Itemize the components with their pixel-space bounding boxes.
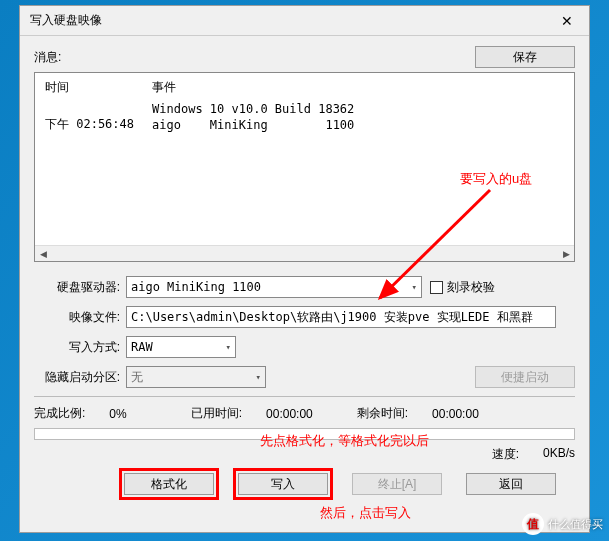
remain-value: 00:00:00 [432,407,479,421]
log-row: Windows 10 v10.0 Build 18362 [45,102,372,116]
log-col-event: 事件 [152,79,372,102]
image-label: 映像文件: [34,309,126,326]
write-button[interactable]: 写入 [238,473,328,495]
titlebar: 写入硬盘映像 ✕ [20,6,589,36]
hidden-partition-dropdown: 无 ▾ [126,366,266,388]
message-label: 消息: [34,49,61,66]
drive-value: aigo MiniKing 1100 [131,280,261,294]
hidden-value: 无 [131,369,143,386]
log-row: 下午 02:56:48 aigo MiniKing 1100 [45,116,372,133]
method-label: 写入方式: [34,339,126,356]
percent-label: 完成比例: [34,405,85,422]
method-value: RAW [131,340,153,354]
percent-value: 0% [109,407,126,421]
drive-dropdown[interactable]: aigo MiniKing 1100 ▾ [126,276,422,298]
elapsed-label: 已用时间: [191,405,242,422]
back-button[interactable]: 返回 [466,473,556,495]
hidden-label: 隐藏启动分区: [34,369,126,386]
log-box: 时间 事件 Windows 10 v10.0 Build 18362 下午 02… [34,72,575,262]
drive-label: 硬盘驱动器: [34,279,126,296]
content-area: 消息: 保存 时间 事件 Windows 10 v10.0 Build 1836… [20,36,589,505]
watermark: 值 什么值得买 [522,513,603,535]
watermark-text: 什么值得买 [548,517,603,532]
scroll-right-icon[interactable]: ▶ [558,246,574,262]
quick-boot-button: 便捷启动 [475,366,575,388]
remain-label: 剩余时间: [357,405,408,422]
save-button[interactable]: 保存 [475,46,575,68]
dialog-window: 写入硬盘映像 ✕ 消息: 保存 时间 事件 Windows 10 v10.0 B… [19,5,590,533]
scroll-left-icon[interactable]: ◀ [35,246,51,262]
horizontal-scrollbar[interactable]: ◀ ▶ [35,245,574,261]
speed-label: 速度: [492,446,519,463]
watermark-badge: 值 [522,513,544,535]
image-path-field[interactable]: C:\Users\admin\Desktop\软路由\j1900 安装pve 实… [126,306,556,328]
chevron-down-icon: ▾ [412,282,417,292]
chevron-down-icon: ▾ [226,342,231,352]
verify-label: 刻录校验 [447,279,495,296]
window-title: 写入硬盘映像 [30,12,102,29]
close-button[interactable]: ✕ [545,6,589,36]
close-icon: ✕ [561,13,573,29]
format-button[interactable]: 格式化 [124,473,214,495]
write-method-dropdown[interactable]: RAW ▾ [126,336,236,358]
divider [34,396,575,397]
elapsed-value: 00:00:00 [266,407,313,421]
speed-value: 0KB/s [543,446,575,463]
chevron-down-icon: ▾ [256,372,261,382]
verify-checkbox-wrap[interactable]: 刻录校验 [430,279,495,296]
abort-button: 终止[A] [352,473,442,495]
progress-bar [34,428,575,440]
verify-checkbox[interactable] [430,281,443,294]
log-col-time: 时间 [45,79,152,102]
